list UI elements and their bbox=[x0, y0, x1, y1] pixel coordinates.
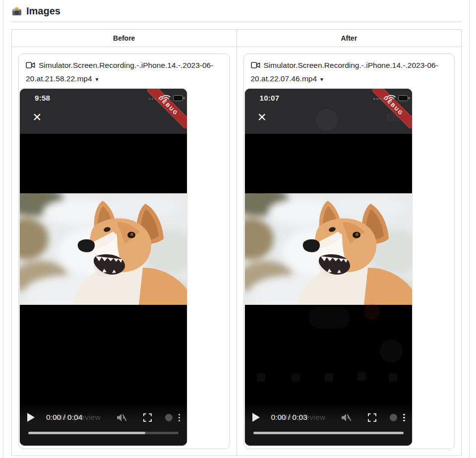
before-status-icons bbox=[149, 95, 185, 101]
ghost-ui-artifact bbox=[364, 304, 380, 320]
table-content-row: Simulator.Screen.Recording.-.iPhone.14.-… bbox=[12, 47, 462, 456]
ghost-ui-artifact bbox=[325, 373, 333, 382]
cellular-signal-icon bbox=[149, 98, 160, 100]
before-video-player[interactable]: 9:58 bbox=[20, 89, 187, 446]
after-column-header: After bbox=[237, 30, 462, 47]
after-status-time: 10:07 bbox=[260, 94, 280, 102]
seek-bar-fill bbox=[28, 432, 145, 434]
wifi-icon bbox=[387, 95, 396, 101]
chevron-down-icon: ▾ bbox=[96, 74, 99, 85]
after-video-player[interactable]: 10:07 bbox=[245, 89, 412, 446]
ghost-ui-artifact bbox=[380, 340, 403, 362]
muted-speaker-icon[interactable] bbox=[341, 413, 352, 422]
after-cell: Simulator.Screen.Recording.-.iPhone.14.-… bbox=[237, 47, 462, 456]
seek-bar[interactable] bbox=[28, 432, 178, 434]
video-camera-icon bbox=[26, 61, 35, 69]
before-after-table: Before After Simulator.Screen.Recording.… bbox=[11, 29, 462, 456]
seek-bar[interactable] bbox=[253, 432, 404, 434]
ghost-ui-artifact bbox=[357, 372, 366, 381]
fullscreen-icon[interactable] bbox=[143, 413, 152, 422]
overflow-menu-icon[interactable] bbox=[402, 413, 406, 423]
close-x-icon: × bbox=[258, 110, 267, 124]
after-video-controls: video preview 0:00 / 0:03 bbox=[245, 403, 412, 446]
before-cell: Simulator.Screen.Recording.-.iPhone.14.-… bbox=[12, 47, 237, 456]
page-title-text: Images bbox=[26, 5, 60, 17]
after-file-summary[interactable]: Simulator.Screen.Recording.-.iPhone.14.-… bbox=[251, 59, 447, 85]
before-dog-photo bbox=[20, 193, 187, 305]
close-x-icon: × bbox=[33, 110, 42, 124]
before-video-controls: video preview 0:00 / 0:04 bbox=[20, 403, 187, 446]
muted-speaker-icon[interactable] bbox=[117, 413, 127, 422]
battery-icon bbox=[173, 95, 185, 101]
table-header-row: Before After bbox=[12, 30, 462, 47]
comment-body: Images Before After Simulator.Screen.Rec… bbox=[3, 0, 470, 458]
play-button[interactable] bbox=[27, 413, 35, 422]
after-file-card: Simulator.Screen.Recording.-.iPhone.14.-… bbox=[243, 54, 455, 449]
camera-with-flash-emoji-icon bbox=[11, 6, 22, 16]
before-file-card: Simulator.Screen.Recording.-.iPhone.14.-… bbox=[18, 54, 230, 449]
cellular-signal-icon bbox=[373, 98, 384, 100]
battery-icon bbox=[398, 95, 410, 101]
after-dog-photo bbox=[245, 193, 412, 305]
after-file-name: Simulator.Screen.Recording.-.iPhone.14.-… bbox=[251, 61, 438, 83]
ghost-ui-artifact bbox=[292, 373, 300, 382]
play-button[interactable] bbox=[252, 413, 260, 422]
before-column-header: Before bbox=[12, 30, 237, 47]
chevron-down-icon: ▾ bbox=[320, 74, 323, 85]
page-title: Images bbox=[11, 5, 462, 22]
wifi-icon bbox=[162, 95, 171, 101]
ghost-ui-artifact bbox=[257, 373, 265, 382]
before-file-summary[interactable]: Simulator.Screen.Recording.-.iPhone.14.-… bbox=[26, 59, 222, 85]
seek-bar-fill bbox=[253, 432, 404, 434]
picture-in-picture-icon[interactable] bbox=[390, 414, 397, 421]
ghost-ui-artifact bbox=[308, 307, 350, 329]
before-status-time: 9:58 bbox=[35, 94, 50, 102]
ghost-ui-artifact bbox=[389, 373, 397, 382]
picture-in-picture-icon[interactable] bbox=[165, 414, 173, 421]
fullscreen-icon[interactable] bbox=[368, 413, 376, 422]
time-display: 0:00 / 0:04 bbox=[46, 413, 82, 422]
after-status-icons bbox=[373, 95, 410, 101]
time-display: 0:00 / 0:03 bbox=[271, 413, 307, 422]
video-camera-icon bbox=[251, 61, 260, 69]
before-file-name: Simulator.Screen.Recording.-.iPhone.14.-… bbox=[26, 61, 213, 83]
overflow-menu-icon[interactable] bbox=[178, 413, 181, 423]
